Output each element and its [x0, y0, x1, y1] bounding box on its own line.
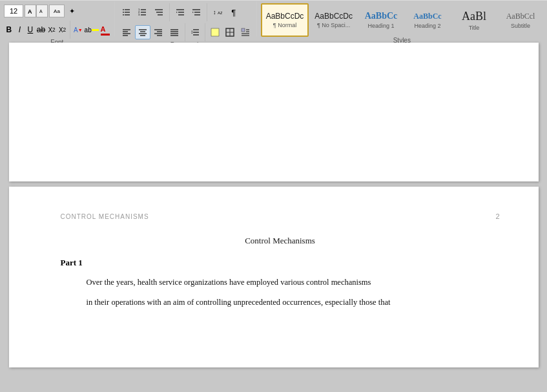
increase-indent-btn[interactable] [189, 5, 204, 20]
subscript-btn[interactable]: X2 [46, 22, 57, 37]
body-paragraph-2: in their operations with an aim of contr… [61, 296, 500, 309]
svg-text:✦: ✦ [69, 7, 75, 15]
show-formatting-btn[interactable]: ¶ [226, 5, 242, 20]
numbering-btn[interactable]: 1. 2. 3. [135, 5, 150, 20]
svg-rect-48 [211, 28, 219, 36]
style-title[interactable]: AaBlTitle [451, 3, 497, 37]
svg-text:A: A [39, 9, 43, 14]
doc-title: Control Mechanisms [61, 236, 500, 246]
svg-point-6 [123, 9, 124, 10]
style-no-spacing[interactable]: AaBbCcDc¶ No Spaci... [310, 3, 357, 37]
justify-btn[interactable] [167, 25, 182, 39]
bold-btn[interactable]: B [4, 22, 14, 37]
page-header: CONTROL MECHANISMS 2 [61, 212, 500, 223]
svg-text:↕: ↕ [213, 9, 216, 15]
styles-group: AaBbCcDc¶ NormalAaBbCcDc¶ No Spaci...AaB… [257, 2, 547, 36]
multilevel-list-btn[interactable] [151, 5, 167, 20]
svg-rect-52 [242, 28, 245, 32]
doc-body[interactable]: Over the years, health service organizat… [61, 276, 500, 310]
decrease-indent-btn[interactable] [172, 5, 188, 20]
borders-btn[interactable] [223, 25, 237, 40]
font-size-input[interactable] [4, 5, 23, 17]
underline-btn[interactable]: U [25, 22, 36, 37]
text-effects-btn[interactable]: A▼ [73, 22, 83, 37]
svg-point-8 [123, 14, 124, 15]
doc-part: Part 1 [61, 258, 500, 268]
style-heading1[interactable]: AaBbCcHeading 1 [358, 3, 404, 37]
align-right-btn[interactable] [151, 25, 167, 39]
style-normal[interactable]: AaBbCcDc¶ Normal [261, 3, 309, 37]
page-content: CONTROL MECHANISMS 2 Control Mechanisms … [9, 187, 539, 367]
page-number: 2 [495, 212, 499, 220]
page-header-left: CONTROL MECHANISMS [61, 213, 149, 220]
font-color-btn[interactable]: A [100, 22, 110, 37]
style-subtitle[interactable]: AaBbCclSubtitle [498, 3, 543, 37]
bullets-btn[interactable] [119, 5, 134, 20]
svg-marker-25 [192, 12, 194, 13]
align-center-btn[interactable] [135, 25, 150, 39]
align-left-btn[interactable] [119, 25, 134, 39]
svg-text:AZ: AZ [218, 11, 222, 15]
page-2: CONTROL MECHANISMS 2 Control Mechanisms … [9, 187, 539, 367]
font-aa-btn[interactable]: Aa [49, 5, 65, 17]
font-group: A A Aa ✦ B I U ab X2 [0, 2, 115, 36]
font-size-down-btn[interactable]: A [36, 5, 48, 17]
paragraph-group: 1. 2. 3. [115, 2, 257, 36]
ribbon: A A Aa ✦ B I U ab X2 [0, 0, 547, 37]
sort-btn[interactable]: ↕ AZ [210, 5, 225, 20]
body-paragraph-1: Over the years, health service organizat… [61, 276, 500, 289]
style-heading2[interactable]: AaBbCcHeading 2 [405, 3, 450, 37]
superscript-btn[interactable]: X2 [57, 22, 68, 37]
font-size-up-btn[interactable]: A [25, 5, 36, 17]
strikethrough-btn[interactable]: ab [36, 22, 46, 37]
svg-marker-21 [176, 12, 178, 13]
line-spacing-btn[interactable]: ↕ [188, 25, 202, 40]
shading-btn[interactable] [208, 25, 222, 40]
svg-point-7 [123, 12, 124, 13]
svg-text:↕: ↕ [191, 29, 193, 35]
svg-text:3.: 3. [138, 13, 140, 16]
italic-btn[interactable]: I [15, 22, 25, 37]
svg-text:A: A [28, 8, 32, 14]
clear-format-btn[interactable]: ✦ [66, 3, 81, 19]
page-1 [9, 43, 539, 181]
document-area: CONTROL MECHANISMS 2 Control Mechanisms … [0, 37, 547, 373]
indent-options-btn[interactable] [238, 25, 253, 40]
highlight-btn[interactable]: ab [84, 22, 99, 37]
